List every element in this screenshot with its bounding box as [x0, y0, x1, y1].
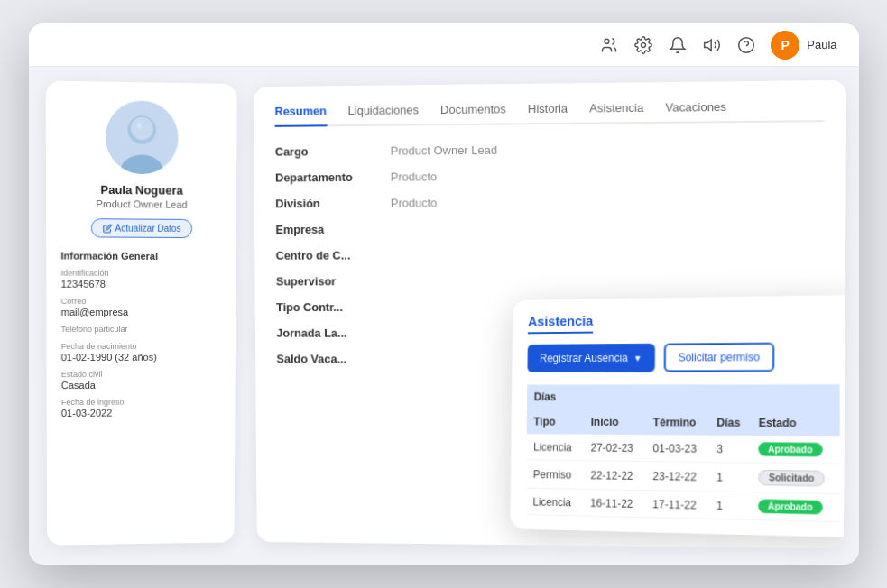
supervisor-row: Supervisor: [275, 273, 822, 288]
tab-resumen[interactable]: Resumen: [274, 104, 327, 127]
dob-block: Fecha de nacimiento 01-02-1990 (32 años): [60, 342, 221, 363]
top-nav: P Paula: [29, 23, 859, 67]
row1-tipo: Licencia: [526, 434, 583, 461]
row1-inicio: 27-02-23: [583, 435, 645, 462]
empresa-label: Empresa: [275, 223, 391, 236]
id-label: Identificación: [60, 269, 221, 279]
saldo-label: Saldo Vaca...: [276, 352, 391, 365]
email-value: mail@empresa: [60, 307, 221, 317]
cargo-value: Product Owner Lead: [390, 143, 497, 158]
general-info-title: Información General: [60, 250, 221, 262]
svg-point-6: [120, 154, 162, 174]
row3-estado: Aprobado: [751, 492, 840, 522]
bell-icon[interactable]: [668, 35, 688, 55]
megaphone-icon[interactable]: [702, 35, 722, 55]
attendance-title: Asistencia: [527, 313, 592, 334]
user-avatar-nav: P: [771, 31, 799, 60]
departamento-value: Producto: [390, 170, 437, 183]
row1-estado: Aprobado: [751, 436, 839, 464]
col-tipo: Tipo: [526, 409, 583, 435]
popup-actions: Registrar Ausencia ▼ Solicitar permiso: [527, 342, 839, 372]
email-block: Correo mail@empresa: [60, 297, 221, 317]
tab-documentos[interactable]: Documentos: [439, 102, 505, 124]
main-content: Paula Noguera Product Owner Lead Actuali…: [29, 67, 859, 565]
division-row: División Producto: [275, 194, 823, 210]
svg-marker-2: [705, 40, 712, 51]
dob-value: 01-02-1990 (32 años): [60, 352, 220, 363]
phone-label: Teléfono particular: [60, 325, 221, 334]
row1-dias: 3: [709, 436, 751, 463]
settings-icon[interactable]: [633, 35, 653, 55]
col-estado: Estado: [751, 410, 839, 436]
help-icon[interactable]: [736, 35, 756, 55]
row3-dias: 1: [708, 492, 751, 519]
centro-row: Centro de C...: [275, 247, 823, 262]
departamento-row: Departamento Producto: [274, 167, 823, 184]
profile-name: Paula Noguera: [100, 183, 182, 198]
id-value: 12345678: [60, 279, 221, 289]
marital-label: Estado civil: [60, 369, 220, 379]
register-absence-button[interactable]: Registrar Ausencia ▼: [527, 344, 654, 372]
row2-estado: Solicitado: [751, 463, 840, 493]
attendance-popup: Asistencia Registrar Ausencia ▼ Solicita…: [510, 295, 846, 537]
svg-point-1: [642, 42, 646, 47]
tab-bar: Resumen Liquidaciones Documentos Histori…: [274, 99, 824, 127]
col-termino: Término: [645, 409, 709, 435]
division-label: División: [275, 197, 391, 211]
division-value: Producto: [390, 196, 437, 209]
dropdown-arrow-icon: ▼: [633, 353, 642, 363]
col-inicio: Inicio: [583, 409, 645, 435]
row2-termino: 23-12-22: [645, 462, 709, 492]
row2-inicio: 22-12-22: [583, 461, 645, 491]
col-dias: Días: [709, 410, 751, 436]
app-container: P Paula Paula Noguera Product Owner Lead: [29, 23, 859, 565]
profile-subtitle: Product Owner Lead: [96, 198, 187, 210]
row3-tipo: Licencia: [525, 488, 583, 516]
tab-historia[interactable]: Historia: [527, 102, 567, 124]
row1-termino: 01-03-23: [645, 435, 709, 462]
profile-card: Paula Noguera Product Owner Lead Actuali…: [45, 80, 236, 545]
main-panel: Resumen Liquidaciones Documentos Histori…: [253, 80, 845, 548]
request-permission-button[interactable]: Solicitar permiso: [663, 343, 774, 372]
row2-tipo: Permiso: [526, 460, 584, 489]
hire-date-value: 01-03-2022: [60, 407, 220, 418]
row3-termino: 17-11-22: [645, 491, 709, 519]
tipo-contrato-label: Tipo Contr...: [276, 300, 391, 314]
tab-asistencia[interactable]: Asistencia: [589, 101, 643, 123]
team-icon[interactable]: [599, 35, 619, 55]
row2-dias: 1: [708, 463, 750, 492]
user-name-nav: Paula: [807, 38, 836, 51]
cargo-label: Cargo: [274, 144, 390, 159]
table-header-dias: Días: [526, 384, 839, 410]
svg-point-3: [739, 37, 754, 52]
attendance-table: Días Tipo Inicio Término Días Estado Lic…: [525, 384, 839, 522]
supervisor-label: Supervisor: [275, 274, 390, 288]
tab-vacaciones[interactable]: Vacaciones: [665, 100, 726, 122]
cargo-row: Cargo Product Owner Lead: [274, 141, 823, 159]
hire-date-block: Fecha de ingreso 01-03-2022: [60, 397, 220, 418]
email-label: Correo: [60, 297, 221, 306]
centro-label: Centro de C...: [275, 248, 391, 262]
tab-liquidaciones[interactable]: Liquidaciones: [347, 103, 419, 124]
profile-avatar: [105, 100, 178, 174]
user-badge[interactable]: P Paula: [771, 31, 836, 60]
row3-inicio: 16-11-22: [583, 489, 645, 517]
svg-point-0: [605, 39, 609, 43]
update-button[interactable]: Actualizar Datos: [90, 218, 192, 238]
dob-label: Fecha de nacimiento: [60, 342, 221, 351]
departamento-label: Departamento: [274, 170, 390, 185]
marital-value: Casada: [60, 379, 220, 390]
id-block: Identificación 12345678: [60, 269, 221, 290]
marital-block: Estado civil Casada: [60, 369, 220, 390]
empresa-row: Empresa: [275, 220, 823, 236]
phone-block: Teléfono particular: [60, 325, 221, 335]
jornada-label: Jornada La...: [276, 326, 391, 340]
